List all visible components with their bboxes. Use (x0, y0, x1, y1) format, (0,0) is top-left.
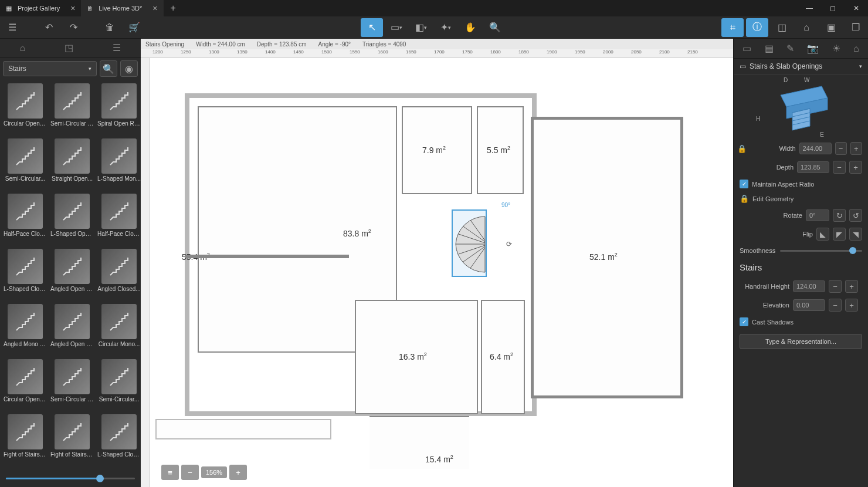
rotate-input[interactable] (806, 209, 829, 221)
increase-button[interactable]: + (849, 161, 862, 174)
library-item[interactable]: Semi-Circular... (2, 137, 48, 191)
flip-h-button[interactable]: ◣ (816, 228, 829, 241)
floor-plan-canvas[interactable]: 7.9 m2 5.5 m2 83.8 m2 55.4 m2 16.3 m2 6.… (150, 58, 733, 487)
layers-button[interactable]: ≡ (161, 465, 179, 480)
smoothness-slider[interactable] (780, 250, 862, 252)
room[interactable] (369, 416, 469, 469)
increase-button[interactable]: + (845, 299, 858, 312)
library-item[interactable]: Angled Open R... (49, 248, 95, 302)
library-item[interactable]: Angled Mono S... (2, 303, 48, 357)
view-3d-button[interactable]: ⌂ (795, 18, 818, 37)
zoom-in-button[interactable]: + (229, 465, 247, 480)
library-item[interactable]: Circular Open R... (2, 358, 48, 412)
lock-icon[interactable]: 🔒 (737, 144, 747, 153)
select-tool[interactable]: ↖ (361, 18, 383, 37)
cart-button[interactable]: 🛒 (123, 18, 145, 37)
type-representation-button[interactable]: Type & Representation... (740, 334, 862, 349)
library-item[interactable]: L-Shaped Close... (96, 413, 141, 467)
checkbox-checked-icon[interactable]: ✓ (740, 317, 748, 326)
furniture-tab-icon[interactable]: ⌂ (20, 43, 26, 53)
view-elevation-button[interactable]: ▣ (820, 18, 842, 37)
view-cube-button[interactable]: ❒ (845, 18, 867, 37)
home-tab-icon[interactable]: ⌂ (851, 41, 862, 56)
preview-3d[interactable]: D W H E (734, 75, 868, 139)
flip-z-button[interactable]: ◥ (849, 228, 862, 241)
menu-button[interactable]: ☰ (1, 18, 23, 37)
decrease-button[interactable]: − (833, 161, 846, 174)
measure-tool[interactable]: ✦ ▾ (435, 18, 457, 37)
room-area: 83.8 m2 (343, 228, 371, 238)
view-2d-button[interactable]: ⌗ (721, 18, 744, 37)
library-item[interactable]: Half-Pace Close... (2, 192, 48, 246)
search-tool[interactable]: 🔍 (484, 18, 506, 37)
undo-button[interactable]: ↶ (38, 18, 60, 37)
library-item[interactable]: L-Shaped Close... (2, 248, 48, 302)
zoom-out-button[interactable]: − (181, 465, 199, 480)
tab-live-home[interactable]: 🗎 Live Home 3D* × (81, 0, 163, 16)
tab-project-gallery[interactable]: ▦ Project Gallery × (0, 0, 81, 16)
room-area: 16.3 m2 (399, 351, 427, 361)
checkbox-checked-icon[interactable]: ✓ (740, 180, 748, 188)
increase-button[interactable]: + (850, 142, 862, 155)
delete-button[interactable]: 🗑 (99, 18, 121, 37)
minimize-button[interactable]: — (798, 0, 821, 16)
library-item[interactable]: Semi-Circular... (96, 358, 141, 412)
edit-geometry-row[interactable]: 🔒 Edit Geometry (734, 191, 868, 206)
wall-tool[interactable]: ▭ ▾ (385, 18, 408, 37)
decrease-button[interactable]: − (829, 299, 842, 312)
rotate-cw-button[interactable]: ↻ (833, 209, 846, 222)
library-item[interactable]: Angled Closed... (96, 248, 141, 302)
inspector-header[interactable]: ▭Stairs & Slab Openings ▾ (734, 59, 868, 75)
library-grid[interactable]: Circular Open R...Semi-Circular O...Spir… (0, 80, 141, 469)
width-input[interactable] (799, 143, 832, 154)
library-item[interactable]: Fight of Stairs 7... (2, 413, 48, 467)
cast-shadows-row[interactable]: ✓ Cast Shadows (734, 314, 868, 329)
browse-button[interactable]: ◉ (120, 60, 138, 77)
materials-tab-icon[interactable]: ◳ (65, 42, 73, 53)
increase-button[interactable]: + (845, 280, 858, 293)
new-tab-button[interactable]: + (164, 3, 183, 13)
library-item[interactable]: Straight Open... (49, 137, 95, 191)
category-select[interactable]: Stairs ▾ (3, 61, 97, 76)
library-item[interactable]: Fight of Stairs 8... (49, 413, 95, 467)
library-item[interactable]: Spiral Open Ris... (96, 82, 141, 136)
close-icon[interactable]: × (152, 4, 157, 13)
wall[interactable] (185, 255, 349, 258)
decrease-button[interactable]: − (829, 280, 842, 293)
zoom-level[interactable]: 156% (201, 466, 227, 478)
library-item[interactable]: Circular Mono... (96, 303, 141, 357)
redo-button[interactable]: ↷ (62, 18, 84, 37)
decrease-button[interactable]: − (835, 142, 847, 155)
room[interactable] (155, 419, 331, 439)
search-button[interactable]: 🔍 (100, 60, 117, 77)
pan-tool[interactable]: ✋ (459, 18, 482, 37)
library-item[interactable]: Angled Open R... (49, 303, 95, 357)
maximize-button[interactable]: ◻ (821, 0, 845, 16)
object-tab-icon[interactable]: ▭ (740, 40, 754, 56)
library-item[interactable]: Semi-Circular O... (49, 358, 95, 412)
library-item[interactable]: L-Shaped Open... (49, 192, 95, 246)
library-zoom-slider[interactable] (0, 469, 141, 487)
aspect-ratio-row[interactable]: ✓ Maintain Aspect Ratio (734, 177, 868, 191)
library-item[interactable]: Half-Pace Close... (96, 192, 141, 246)
view-split-button[interactable]: ◫ (771, 18, 793, 37)
material-tab-icon[interactable]: ▤ (762, 40, 776, 56)
library-item[interactable]: Circular Open R... (2, 82, 48, 136)
handrail-input[interactable] (793, 280, 825, 292)
elevation-input[interactable] (793, 299, 825, 311)
light-tab-icon[interactable]: ☀ (830, 40, 843, 56)
rotate-ccw-button[interactable]: ↺ (849, 209, 862, 222)
list-tab-icon[interactable]: ☰ (113, 42, 121, 53)
rotate-handle-icon[interactable]: ⟳ (506, 240, 512, 248)
close-icon[interactable]: × (70, 4, 75, 13)
view-info-button[interactable]: ⓘ (746, 18, 768, 37)
depth-input[interactable] (797, 161, 829, 173)
library-item[interactable]: Semi-Circular O... (49, 82, 95, 136)
camera-tab-icon[interactable]: 📷 (805, 40, 821, 56)
style-tab-icon[interactable]: ✎ (784, 40, 796, 56)
floor-tool[interactable]: ◧ ▾ (410, 18, 432, 37)
library-item[interactable]: L-Shaped Mon... (96, 137, 141, 191)
stairs-selection[interactable] (452, 209, 487, 277)
close-button[interactable]: ✕ (845, 0, 868, 16)
flip-v-button[interactable]: ◤ (833, 228, 846, 241)
